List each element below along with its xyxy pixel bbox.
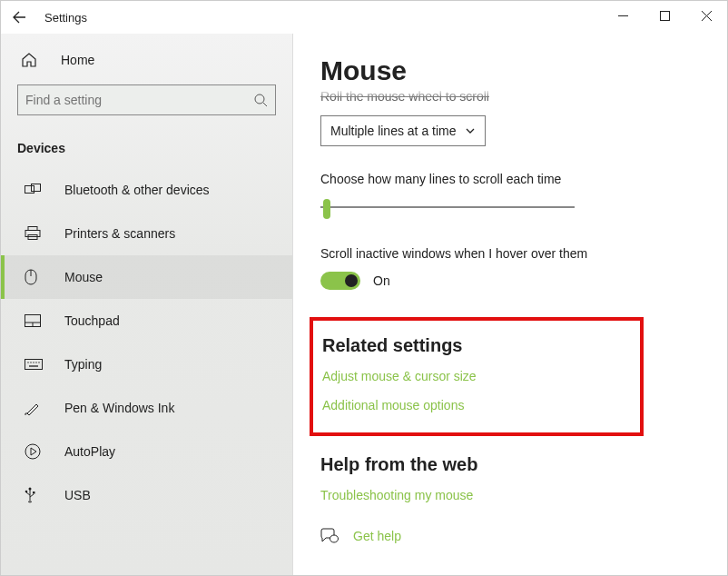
sidebar: Home Devices Bluetooth & other devices P… <box>1 34 293 575</box>
link-troubleshoot-mouse[interactable]: Troubleshooting my mouse <box>320 488 727 502</box>
related-settings-highlight: Related settings Adjust mouse & cursor s… <box>310 317 644 436</box>
related-settings-heading: Related settings <box>322 335 631 356</box>
minimize-icon <box>618 11 628 21</box>
sidebar-item-label: Pen & Windows Ink <box>64 401 174 415</box>
section-header-devices: Devices <box>1 134 292 168</box>
back-button[interactable] <box>1 1 37 34</box>
close-icon <box>702 11 712 21</box>
slider-track <box>320 206 575 208</box>
svg-point-21 <box>25 444 40 459</box>
search-icon <box>253 93 268 107</box>
svg-point-23 <box>29 488 32 491</box>
home-nav[interactable]: Home <box>1 34 292 84</box>
get-help-icon <box>320 528 340 544</box>
get-help-row[interactable]: Get help <box>320 528 727 544</box>
svg-rect-24 <box>33 492 35 494</box>
sidebar-item-label: Bluetooth & other devices <box>64 183 210 197</box>
sidebar-item-mouse[interactable]: Mouse <box>1 255 292 299</box>
lines-slider[interactable] <box>320 197 575 219</box>
main-content: Mouse Roll the mouse wheel to scroll Mul… <box>293 34 727 575</box>
svg-point-26 <box>330 535 339 542</box>
usb-icon <box>25 487 46 503</box>
autoplay-icon <box>25 443 46 460</box>
title-bar: Settings <box>1 1 727 34</box>
mouse-icon <box>25 269 46 285</box>
toggle-state-label: On <box>373 273 390 288</box>
get-help-label[interactable]: Get help <box>353 529 401 543</box>
pen-icon <box>25 400 46 416</box>
sidebar-item-label: USB <box>64 488 91 502</box>
search-input[interactable] <box>25 93 253 107</box>
lines-to-scroll-label: Choose how many lines to scroll each tim… <box>320 172 727 186</box>
chevron-down-icon <box>465 125 476 136</box>
keyboard-icon <box>25 359 46 370</box>
hover-scroll-label: Scroll inactive windows when I hover ove… <box>320 246 727 261</box>
home-label: Home <box>61 53 94 67</box>
sidebar-item-usb[interactable]: USB <box>1 473 292 517</box>
maximize-icon <box>660 11 670 21</box>
slider-thumb[interactable] <box>323 199 330 219</box>
svg-point-25 <box>25 491 28 493</box>
svg-rect-1 <box>660 11 669 20</box>
page-title: Mouse <box>320 55 727 86</box>
svg-rect-6 <box>28 227 37 231</box>
sidebar-item-label: Printers & scanners <box>64 226 175 241</box>
minimize-button[interactable] <box>602 1 644 30</box>
dropdown-selected-value: Multiple lines at a time <box>330 124 457 138</box>
window-controls <box>602 1 727 30</box>
toggle-knob <box>345 274 358 287</box>
printer-icon <box>25 226 46 241</box>
link-adjust-cursor-size[interactable]: Adjust mouse & cursor size <box>322 369 631 383</box>
svg-point-17 <box>33 362 34 362</box>
scroll-mode-dropdown[interactable]: Multiple lines at a time <box>320 115 486 146</box>
home-icon <box>21 52 43 68</box>
link-additional-mouse-options[interactable]: Additional mouse options <box>322 398 631 412</box>
back-arrow-icon <box>12 10 26 25</box>
svg-rect-7 <box>25 231 40 237</box>
svg-rect-14 <box>25 360 43 370</box>
sidebar-item-touchpad[interactable]: Touchpad <box>1 299 292 343</box>
scroll-setting-label: Roll the mouse wheel to scroll <box>320 89 727 104</box>
sidebar-item-bluetooth[interactable]: Bluetooth & other devices <box>1 168 292 212</box>
sidebar-item-label: Typing <box>64 357 102 372</box>
touchpad-icon <box>25 314 46 327</box>
search-box[interactable] <box>17 84 276 115</box>
help-heading: Help from the web <box>320 454 727 475</box>
sidebar-item-autoplay[interactable]: AutoPlay <box>1 430 292 473</box>
bluetooth-devices-icon <box>25 184 46 196</box>
svg-point-19 <box>38 362 39 362</box>
sidebar-item-label: AutoPlay <box>64 444 115 459</box>
svg-point-18 <box>35 362 36 362</box>
sidebar-item-label: Touchpad <box>64 313 120 328</box>
close-button[interactable] <box>685 1 727 30</box>
svg-point-16 <box>30 362 31 362</box>
maximize-button[interactable] <box>644 1 685 30</box>
svg-rect-4 <box>25 186 34 194</box>
sidebar-item-typing[interactable]: Typing <box>1 343 292 386</box>
nav-list: Bluetooth & other devices Printers & sca… <box>1 168 292 517</box>
svg-point-15 <box>27 362 28 362</box>
sidebar-item-pen[interactable]: Pen & Windows Ink <box>1 386 292 430</box>
window-title: Settings <box>44 11 87 25</box>
svg-point-2 <box>255 94 264 104</box>
help-from-web-section: Help from the web Troubleshooting my mou… <box>320 454 727 502</box>
svg-rect-5 <box>32 184 41 192</box>
sidebar-item-printers[interactable]: Printers & scanners <box>1 212 292 255</box>
hover-scroll-toggle[interactable] <box>320 272 360 290</box>
svg-line-3 <box>263 103 267 106</box>
sidebar-item-label: Mouse <box>64 270 103 284</box>
